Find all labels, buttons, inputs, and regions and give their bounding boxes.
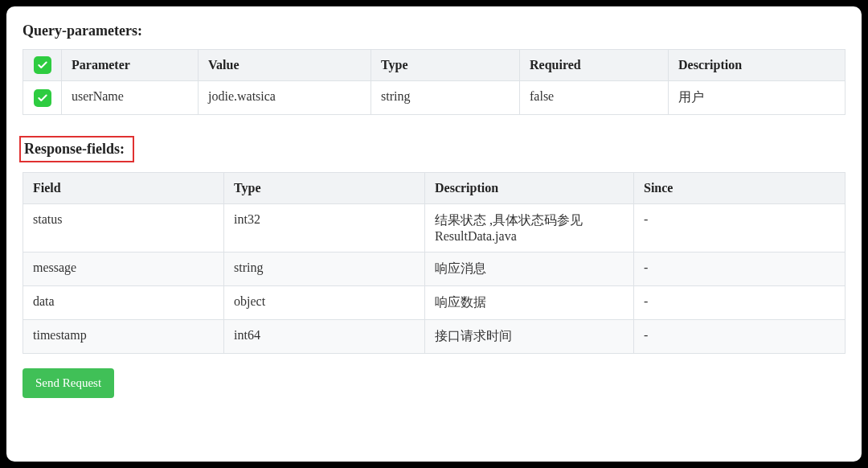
cell-description: 响应消息 xyxy=(425,252,634,286)
col-field: Field xyxy=(23,173,224,204)
query-parameters-title: Query-parameters: xyxy=(23,23,142,39)
col-description: Description xyxy=(669,50,845,81)
col-parameter: Parameter xyxy=(62,50,199,81)
query-parameters-table: Parameter Value Type Required Descriptio… xyxy=(23,49,845,115)
cell-since: - xyxy=(634,286,845,320)
col-since: Since xyxy=(634,173,845,204)
response-fields-title: Response-fields: xyxy=(19,136,134,162)
cell-required: false xyxy=(520,81,669,115)
cell-value: jodie.watsica xyxy=(199,81,371,115)
response-fields-table: Field Type Description Since status int3… xyxy=(23,172,845,354)
table-row: message string 响应消息 - xyxy=(23,252,845,286)
cell-type: object xyxy=(224,286,425,320)
cell-field: timestamp xyxy=(23,320,224,354)
table-header-row: Parameter Value Type Required Descriptio… xyxy=(23,50,845,81)
col-description: Description xyxy=(425,173,634,204)
checkmark-icon xyxy=(34,89,51,107)
cell-description: 用户 xyxy=(669,81,845,115)
col-required: Required xyxy=(520,50,669,81)
row-checkbox-cell[interactable] xyxy=(23,81,62,115)
cell-since: - xyxy=(634,320,845,354)
col-type: Type xyxy=(224,173,425,204)
checkmark-icon xyxy=(34,56,51,74)
col-type: Type xyxy=(371,50,520,81)
table-row: userName jodie.watsica string false 用户 xyxy=(23,81,845,115)
cell-description: 结果状态 ,具体状态码参见 ResultData.java xyxy=(425,204,634,252)
cell-since: - xyxy=(634,252,845,286)
table-header-row: Field Type Description Since xyxy=(23,173,845,204)
cell-parameter: userName xyxy=(62,81,199,115)
col-value: Value xyxy=(199,50,371,81)
cell-description: 响应数据 xyxy=(425,286,634,320)
cell-type: string xyxy=(371,81,520,115)
select-all-cell[interactable] xyxy=(23,50,62,81)
cell-since: - xyxy=(634,204,845,252)
cell-field: data xyxy=(23,286,224,320)
cell-type: string xyxy=(224,252,425,286)
table-row: timestamp int64 接口请求时间 - xyxy=(23,320,845,354)
api-doc-card: Query-parameters: Parameter Value Type R… xyxy=(6,6,862,462)
cell-type: int32 xyxy=(224,204,425,252)
cell-type: int64 xyxy=(224,320,425,354)
cell-field: message xyxy=(23,252,224,286)
table-row: data object 响应数据 - xyxy=(23,286,845,320)
table-row: status int32 结果状态 ,具体状态码参见 ResultData.ja… xyxy=(23,204,845,252)
cell-field: status xyxy=(23,204,224,252)
cell-description: 接口请求时间 xyxy=(425,320,634,354)
send-request-button[interactable]: Send Request xyxy=(23,368,114,398)
